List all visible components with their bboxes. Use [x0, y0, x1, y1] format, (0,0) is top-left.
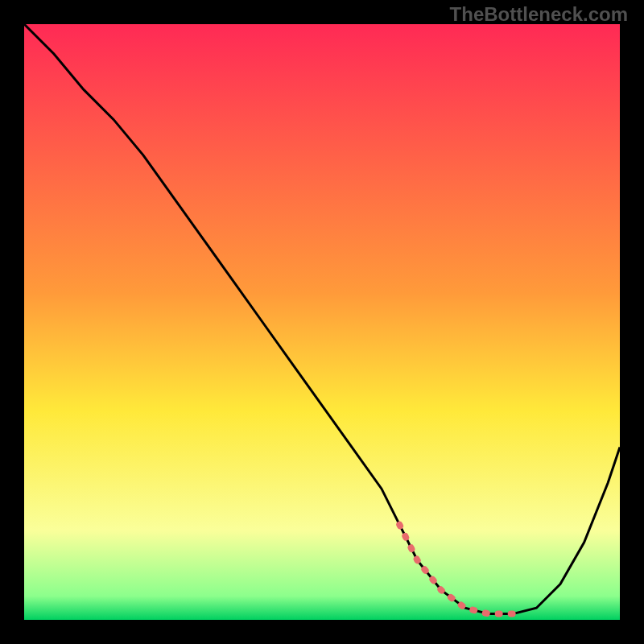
- watermark-text: TheBottleneck.com: [450, 3, 628, 26]
- gradient-background: [24, 24, 620, 620]
- plot-area: [24, 24, 620, 620]
- chart-container: TheBottleneck.com: [0, 0, 644, 644]
- chart-svg: [24, 24, 620, 620]
